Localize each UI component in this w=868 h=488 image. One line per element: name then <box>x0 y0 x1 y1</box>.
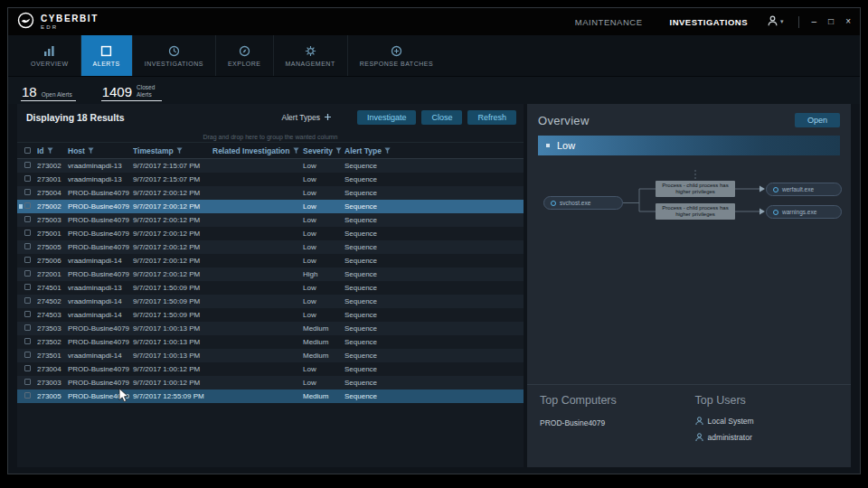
tab-overview[interactable]: OVERVIEW <box>19 35 80 76</box>
filter-icon[interactable] <box>335 147 342 155</box>
row-checkbox[interactable] <box>24 243 31 249</box>
table-row[interactable]: 273501vraadminapdi-149/7/2017 1:00:13 PM… <box>17 349 524 362</box>
cell-alert-type: Sequence <box>344 379 524 387</box>
minimize-button[interactable]: – <box>812 17 817 26</box>
table-row[interactable]: 273502PROD-Busine40799/7/2017 1:00:13 PM… <box>17 335 524 349</box>
table-row[interactable]: 273004PROD-Busine40799/7/2017 1:00:12 PM… <box>17 362 524 376</box>
closed-alerts-stat[interactable]: 1409 Closed Alerts <box>101 84 162 101</box>
table-row[interactable]: 274502vraadminapdi-149/7/2017 1:50:09 PM… <box>17 295 524 308</box>
process-node-target-2[interactable]: warnings.exe <box>766 205 842 219</box>
investigate-button[interactable]: Investigate <box>357 110 417 125</box>
cell-alert-type: Sequence <box>344 311 524 319</box>
column-header-host[interactable]: Host <box>68 146 133 155</box>
row-checkbox[interactable] <box>24 284 31 290</box>
row-checkbox[interactable] <box>24 162 31 168</box>
select-all-checkbox[interactable] <box>24 147 31 154</box>
top-user-item[interactable]: Local System <box>695 417 838 426</box>
row-checkbox[interactable] <box>24 311 31 317</box>
filter-icon[interactable] <box>176 147 183 155</box>
process-node-source[interactable]: svchost.exe <box>543 196 623 210</box>
cell-id: 273003 <box>37 379 68 387</box>
cell-severity: Medium <box>303 338 344 346</box>
titlebar-divider <box>798 16 799 28</box>
column-header-timestamp[interactable]: Timestamp <box>133 146 212 155</box>
top-user-item[interactable]: administrator <box>695 433 838 442</box>
row-checkbox[interactable] <box>24 216 31 222</box>
menu-maintenance[interactable]: MAINTENANCE <box>575 17 643 27</box>
row-checkbox[interactable] <box>24 202 31 209</box>
cell-severity: Low <box>303 297 344 305</box>
column-header-alert-type[interactable]: Alert Type <box>344 146 524 155</box>
person-icon <box>695 433 703 442</box>
menu-investigations[interactable]: INVESTIGATIONS <box>670 17 749 27</box>
rule-box-2[interactable]: Process - child process has higher privi… <box>656 203 735 220</box>
restore-button[interactable]: □ <box>828 17 834 26</box>
cell-severity: High <box>303 270 344 278</box>
tab-explore[interactable]: EXPLORE <box>215 35 273 76</box>
cell-severity: Low <box>303 202 344 211</box>
top-computer-item[interactable]: PROD-Busine4079 <box>540 418 695 427</box>
column-header-id[interactable]: Id <box>37 146 68 155</box>
cell-severity: Low <box>303 216 344 224</box>
table-row[interactable]: 274501vraadminapdi-139/7/2017 1:50:09 PM… <box>17 281 524 295</box>
row-checkbox[interactable] <box>24 297 31 304</box>
table-row[interactable]: 275006vraadminapdi-149/7/2017 2:00:12 PM… <box>17 254 524 267</box>
table-row[interactable]: 275005PROD-Busine40799/7/2017 2:00:12 PM… <box>17 240 524 254</box>
column-label: Id <box>37 146 44 155</box>
filter-icon[interactable] <box>384 147 391 155</box>
table-row[interactable]: 273503PROD-Busine40799/7/2017 1:00:13 PM… <box>17 322 524 335</box>
alerts-panel: Displaying 18 Results Alert Types Invest… <box>17 104 524 467</box>
filter-icon[interactable] <box>293 147 299 155</box>
alert-types-control[interactable]: Alert Types <box>282 113 332 123</box>
cell-timestamp: 9/7/2017 1:50:09 PM <box>133 284 212 292</box>
table-row[interactable]: 273005PROD-Busine40799/7/2017 12:55:09 P… <box>17 389 524 403</box>
row-checkbox[interactable] <box>24 270 31 277</box>
person-icon <box>695 417 703 426</box>
table-row[interactable]: 275002PROD-Busine40799/7/2017 2:00:12 PM… <box>17 200 524 213</box>
open-button[interactable]: Open <box>795 113 840 127</box>
close-alert-button[interactable]: Close <box>421 110 462 125</box>
open-alerts-stat[interactable]: 18 Open Alerts <box>21 85 76 101</box>
cell-host: PROD-Busine4079 <box>68 202 133 211</box>
row-checkbox[interactable] <box>24 324 31 331</box>
group-hint[interactable]: Drag and drop here to group the wanted c… <box>17 131 524 143</box>
process-name: werfault.exe <box>782 186 814 192</box>
column-header-related-investigation[interactable]: Related Investigation <box>212 146 303 155</box>
close-button[interactable]: × <box>845 17 851 26</box>
table-row[interactable]: 275003PROD-Busine40799/7/2017 2:00:12 PM… <box>17 213 524 227</box>
cell-timestamp: 9/7/2017 2:00:12 PM <box>133 243 212 251</box>
refresh-button[interactable]: Refresh <box>467 110 516 125</box>
row-checkbox[interactable] <box>24 230 31 236</box>
rule-box-1[interactable]: Process - child process has higher privi… <box>656 181 735 197</box>
row-checkbox[interactable] <box>24 365 31 371</box>
row-checkbox[interactable] <box>24 338 31 344</box>
table-row[interactable]: 273001vraadminapdi-139/7/2017 2:15:07 PM… <box>17 173 524 186</box>
process-node-target-1[interactable]: werfault.exe <box>766 183 842 196</box>
table-row[interactable]: 275001PROD-Busine40799/7/2017 2:00:12 PM… <box>17 227 524 240</box>
severity-group-header[interactable]: Low <box>538 136 840 155</box>
filter-icon[interactable] <box>88 147 94 155</box>
cell-timestamp: 9/7/2017 2:00:12 PM <box>133 257 212 265</box>
table-row[interactable]: 274503vraadminapdi-149/7/2017 1:50:09 PM… <box>17 308 524 322</box>
row-checkbox[interactable] <box>24 379 31 385</box>
cell-id: 275001 <box>37 230 68 238</box>
table-row[interactable]: 275004PROD-Busine40799/7/2017 2:00:12 PM… <box>17 186 524 200</box>
table-row[interactable]: 273003PROD-Busine40799/7/2017 1:00:12 PM… <box>17 376 524 389</box>
tab-investigations[interactable]: INVESTIGATIONS <box>132 35 215 76</box>
row-checkbox[interactable] <box>24 392 31 399</box>
row-checkbox[interactable] <box>24 189 31 195</box>
tab-management[interactable]: MANAGEMENT <box>273 35 347 76</box>
row-checkbox[interactable] <box>24 175 31 182</box>
filter-icon[interactable] <box>47 147 53 155</box>
tab-alerts[interactable]: ALERTS <box>80 35 132 76</box>
tab-response-batches[interactable]: RESPONSE BATCHES <box>347 35 445 76</box>
cell-id: 273502 <box>37 338 68 346</box>
table-row[interactable]: 273002vraadminapdi-139/7/2017 2:15:07 PM… <box>17 159 524 173</box>
user-menu[interactable]: ▾ <box>768 14 784 30</box>
table-row[interactable]: 272001PROD-Busine40799/7/2017 2:00:12 PM… <box>17 267 524 281</box>
row-checkbox[interactable] <box>24 352 31 358</box>
cell-timestamp: 9/7/2017 1:00:12 PM <box>133 365 212 373</box>
column-header-severity[interactable]: Severity <box>303 146 344 155</box>
table-header: IdHostTimestampRelated InvestigationSeve… <box>17 143 524 159</box>
row-checkbox[interactable] <box>24 257 31 263</box>
